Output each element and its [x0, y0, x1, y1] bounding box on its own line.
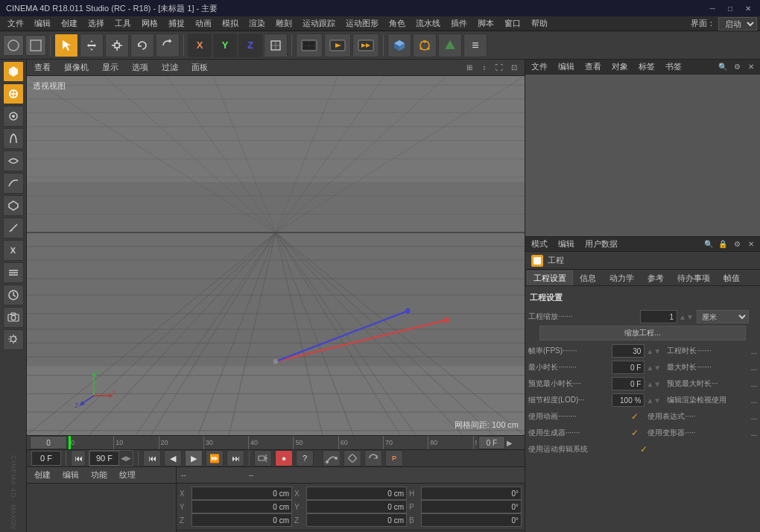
obj-settings-icon[interactable]: ⚙ [731, 61, 743, 73]
play-forward-button[interactable]: ▶ [185, 450, 203, 466]
coord-sx-input[interactable] [306, 487, 407, 500]
prop-prevmin-input[interactable] [612, 377, 645, 390]
kf-menu-texture[interactable]: 纹理 [116, 468, 139, 482]
move-tool-button[interactable] [80, 34, 104, 57]
vp-icon-grid[interactable]: ⊞ [463, 62, 475, 74]
scale-tool-button[interactable] [105, 34, 129, 57]
camera-button[interactable] [3, 307, 24, 328]
light-button[interactable] [3, 329, 24, 350]
menu-animate[interactable]: 动画 [191, 16, 216, 31]
obj-search-icon[interactable]: 🔍 [717, 61, 729, 73]
scale-stepper[interactable]: ▲▼ [679, 313, 694, 321]
attr-menu-edit[interactable]: 编辑 [555, 238, 577, 250]
axis-y-button[interactable]: Y [213, 34, 237, 57]
obj-menu-object[interactable]: 对象 [609, 60, 631, 73]
menu-character[interactable]: 角色 [384, 16, 410, 31]
layer-button[interactable] [3, 262, 24, 283]
prop-generators-check[interactable]: ✓ [631, 428, 639, 438]
kf-menu-edit[interactable]: 编辑 [60, 468, 82, 482]
kf-menu-create[interactable]: 创建 [31, 468, 54, 482]
obj-menu-edit[interactable]: 编辑 [555, 60, 577, 73]
motion-path-button[interactable] [323, 450, 341, 466]
step-back-button[interactable]: ⏮ [71, 450, 86, 466]
interface-select[interactable]: 启动 [718, 17, 757, 31]
cube-button[interactable] [387, 34, 411, 57]
prop-mintime-input[interactable] [612, 361, 645, 374]
sketch-button[interactable] [3, 218, 24, 238]
menu-select[interactable]: 选择 [83, 16, 109, 31]
points-button[interactable] [438, 34, 462, 57]
toolbar-icon2[interactable] [25, 35, 46, 56]
render-view-button[interactable] [324, 34, 351, 57]
tab-dynamics[interactable]: 动力学 [603, 270, 641, 285]
select-tool-button[interactable] [54, 34, 78, 57]
vp-menu-view[interactable]: 查看 [31, 60, 54, 75]
coord-z-input[interactable] [191, 513, 292, 527]
timeline-button[interactable] [3, 285, 24, 305]
key-loop-button[interactable] [364, 450, 382, 466]
tab-frame-values[interactable]: 帧值 [717, 270, 747, 285]
menu-sculpt[interactable]: 雕刻 [271, 16, 297, 31]
keyframe-add-button[interactable] [254, 450, 272, 466]
more-button[interactable]: ≡ [463, 34, 487, 57]
attr-lock-icon[interactable]: 🔒 [717, 238, 729, 250]
prop-scale-input[interactable] [640, 310, 677, 323]
undo-redo-button[interactable] [156, 34, 180, 57]
transform-button[interactable] [264, 34, 288, 57]
vp-menu-panel[interactable]: 面板 [189, 60, 211, 75]
scene-tool-button[interactable] [3, 83, 24, 104]
attr-menu-mode[interactable]: 模式 [528, 238, 551, 250]
rotate-tool-button[interactable] [130, 34, 154, 57]
menu-render[interactable]: 渲染 [244, 16, 270, 31]
object-mode-button[interactable] [3, 61, 24, 82]
obj-menu-view[interactable]: 查看 [582, 60, 604, 73]
render-mode-button[interactable] [3, 106, 24, 127]
attr-settings-icon[interactable]: ⚙ [731, 238, 743, 250]
vp-icon-pan[interactable]: ↕ [478, 62, 490, 74]
tab-todo[interactable]: 待办事项 [671, 270, 717, 285]
go-start-button[interactable]: ⏮ [143, 450, 161, 466]
fps-stepper[interactable]: ▲▼ [646, 347, 661, 355]
mintime-stepper[interactable]: ▲▼ [646, 364, 661, 372]
poly-button[interactable] [3, 195, 24, 216]
timeline-expand[interactable]: ▶ [507, 439, 522, 447]
minimize-button[interactable]: ─ [706, 2, 718, 14]
prop-scale-unit-select[interactable]: 厘米 米 [697, 310, 749, 323]
key-select-button[interactable] [343, 450, 361, 466]
go-end-button[interactable]: ⏭ [227, 450, 244, 466]
shrink-project-button[interactable]: 缩放工程... [539, 326, 745, 341]
vp-menu-display[interactable]: 显示 [99, 60, 121, 75]
viewport-3d[interactable]: 透视视图 [27, 76, 525, 435]
menu-motion-track[interactable]: 运动跟踪 [298, 16, 340, 31]
coord-x-input[interactable] [191, 487, 292, 500]
prop-animation-check[interactable]: ✓ [631, 411, 639, 422]
play-back-button[interactable]: ◀ [164, 450, 182, 466]
kf-menu-function[interactable]: 功能 [88, 468, 110, 482]
help-button[interactable]: ? [296, 450, 314, 466]
obj-menu-bookmark[interactable]: 书签 [662, 60, 685, 73]
lod-stepper[interactable]: ▲▼ [646, 396, 661, 405]
timeline-ruler-bar[interactable]: 0 10 20 30 40 50 60 70 80 90 [69, 436, 477, 449]
hair-mode-button[interactable] [3, 128, 24, 149]
coord-sy-input[interactable] [306, 500, 407, 513]
spline-button[interactable] [3, 173, 24, 194]
menu-script[interactable]: 脚本 [473, 16, 498, 31]
vp-menu-camera[interactable]: 摄像机 [61, 60, 92, 75]
prop-motionclips-check[interactable]: ✓ [640, 444, 647, 455]
xpresso-button[interactable]: X [3, 240, 24, 261]
deform-button[interactable] [3, 151, 24, 171]
record-button[interactable]: ● [275, 450, 293, 466]
coord-b-input[interactable] [421, 513, 522, 527]
attr-close-icon[interactable]: ✕ [745, 238, 757, 250]
attr-search-icon[interactable]: 🔍 [703, 238, 715, 250]
menu-motion-graph[interactable]: 运动图形 [341, 16, 383, 31]
axis-x-button[interactable]: X [188, 34, 212, 57]
timeline-playhead[interactable] [69, 436, 71, 449]
obj-menu-tag[interactable]: 标签 [636, 60, 658, 73]
tab-project-settings[interactable]: 工程设置 [527, 270, 573, 285]
menu-file[interactable]: 文件 [3, 16, 28, 31]
prop-lod-input[interactable] [612, 393, 645, 407]
pen-tool-button[interactable] [413, 34, 437, 57]
menu-edit[interactable]: 编辑 [30, 16, 55, 31]
coord-h-input[interactable] [421, 487, 522, 500]
